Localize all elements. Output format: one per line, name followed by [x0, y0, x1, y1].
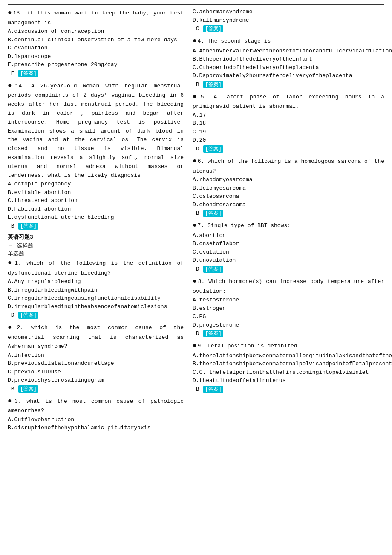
- q7-text: ●7. Single type of BBT shows:: [193, 220, 384, 231]
- question-2: ●2. which is the most common cause of th…: [8, 322, 184, 392]
- q9-text: ●9. Fetal position is definited: [193, 341, 384, 352]
- q8-text: ●8. Which hormone(s) can increase body t…: [193, 276, 384, 296]
- q4-optC: C.Ctheperiodofthedeliveryoftheplacenta: [193, 64, 384, 72]
- q13-optB: B.continual clinical observation of a fe…: [8, 36, 184, 44]
- q2-text: ●2. which is the most common cause of th…: [8, 322, 184, 351]
- question-3-right: C.ashermansyndrome D.kallmansyndrome C […: [193, 8, 384, 32]
- q3-text: ●3. what is the most common cause of pat…: [8, 396, 184, 416]
- q3-optC: C.ashermansyndrome: [193, 8, 384, 16]
- q13-optE: E.prescribe progesterone 20mg/day: [8, 61, 184, 69]
- q3-optB: B.disruptionofthehypothalamic-pituitarya…: [8, 424, 184, 432]
- q1-answer: D [答案]: [8, 312, 184, 319]
- right-column: C.ashermansyndrome D.kallmansyndrome C […: [188, 8, 384, 436]
- q1-text: ●1. which of the following is the defini…: [8, 258, 184, 278]
- q2-optD: D.previoushysterosalpingogram: [8, 376, 184, 384]
- q8-optB: B.estrogen: [193, 304, 384, 313]
- q9-answer: B [答案]: [193, 386, 384, 393]
- q2-bullet: ●: [8, 324, 16, 331]
- q5-optD: D.20: [193, 136, 384, 145]
- q8-optC: C.PG: [193, 312, 384, 321]
- q3-optD: D.kallmansyndrome: [193, 16, 384, 25]
- left-column: ●13. if this woman want to keep the baby…: [8, 8, 188, 436]
- q3-bullet: ●: [8, 397, 14, 405]
- section-sub2: 单选题: [8, 250, 184, 257]
- q6-answer: B [答案]: [193, 210, 384, 217]
- q14-optC: C.threatened abortion: [8, 197, 184, 205]
- question-9: ●9. Fetal position is definited A.therel…: [193, 341, 384, 393]
- q13-optD: D.laparoscope: [8, 52, 184, 61]
- q2-answer: B [答案]: [8, 385, 184, 393]
- q8-optD: D.progesterone: [193, 321, 384, 330]
- q8-answer: D [答案]: [193, 330, 384, 337]
- q1-bullet: ●: [8, 259, 14, 267]
- q8-bullet: ●: [193, 278, 197, 285]
- question-5: ●5. A latent phase of labor exceeding ho…: [193, 92, 384, 153]
- q14-answer: B [答案]: [8, 223, 184, 230]
- question-4: ●4. The second stage is A.Atheinvtervalb…: [193, 36, 384, 88]
- q13-bullet: ●: [8, 9, 12, 17]
- q4-answer-badge: [答案]: [203, 81, 223, 88]
- q6-optD: D.chondrosarcoma: [193, 201, 384, 209]
- q7-optD: D.unovulation: [193, 256, 384, 265]
- q4-optD: D.Dapproximately2hoursafterdeliveryofthe…: [193, 72, 384, 80]
- q14-optD: D.habitual abortion: [8, 205, 184, 214]
- q7-optB: B.onsetoflabor: [193, 240, 384, 248]
- q4-answer: B [答案]: [193, 81, 384, 88]
- q8-answer-badge: [答案]: [203, 330, 223, 337]
- q13-optA: A.discussion of contraception: [8, 27, 184, 36]
- q6-optB: B.leiomyosarcoma: [193, 184, 384, 193]
- q14-optA: A.ectopic pregnancy: [8, 180, 184, 188]
- q9-optC: C.C. thefetalportionthatthefirstcomingin…: [193, 368, 384, 377]
- q13-optC: C.evacuation: [8, 44, 184, 52]
- q14-answer-badge: [答案]: [18, 223, 38, 230]
- question-6: ●6. which of the following is a homologo…: [193, 156, 384, 217]
- q4-optB: B.Btheperiodofthedeliveryoftheinfant: [193, 55, 384, 64]
- q5-optB: B.18: [193, 119, 384, 128]
- q9-bullet: ●: [193, 342, 197, 350]
- q7-answer-badge: [答案]: [203, 266, 223, 273]
- q6-optA: A.rhabdomyosarcoma: [193, 176, 384, 184]
- q14-optE: E.dysfunctional uterine bleeding: [8, 213, 184, 222]
- section-title: 英语习题3: [8, 233, 184, 241]
- q4-bullet: ●: [193, 37, 197, 45]
- q3-optA: A.Outflowobstruction: [8, 416, 184, 424]
- q1-answer-badge: [答案]: [18, 312, 38, 319]
- q9-answer-badge: [答案]: [203, 386, 223, 393]
- q6-answer-badge: [答案]: [203, 210, 223, 217]
- q9-optA: A.therelationshipbetweenmaternallongitud…: [193, 352, 384, 360]
- main-content: ●13. if this woman want to keep the baby…: [8, 8, 384, 436]
- q1-optD: D.irregularbleedingintheabsenceofanatomi…: [8, 303, 184, 311]
- q14-optB: B.evitable abortion: [8, 188, 184, 197]
- q14-bullet: ●: [8, 82, 14, 90]
- question-14: ●14. A 26-year-old woman with regular me…: [8, 81, 184, 230]
- question-7: ●7. Single type of BBT shows: A.abortion…: [193, 220, 384, 273]
- q1-optB: B.irregularbleedingwithpain: [8, 286, 184, 295]
- q5-answer-badge: [答案]: [203, 145, 223, 153]
- question-3-left: ●3. what is the most common cause of pat…: [8, 396, 184, 432]
- q6-bullet: ●: [193, 157, 197, 165]
- q6-text: ●6. which of the following is a homologo…: [193, 156, 384, 176]
- q1-optC: C.irregularbleedingcausingfunctionaldisa…: [8, 294, 184, 303]
- q4-text: ●4. The second stage is: [193, 36, 384, 47]
- q2-optC: C.previousIUDuse: [8, 368, 184, 376]
- top-divider: [8, 4, 384, 5]
- q8-optA: A.testosterone: [193, 296, 384, 304]
- q7-optA: A.abortion: [193, 231, 384, 240]
- question-1: ●1. which of the following is the defini…: [8, 258, 184, 319]
- question-8: ●8. Which hormone(s) can increase body t…: [193, 276, 384, 337]
- q13-text: ●13. if this woman want to keep the baby…: [8, 8, 184, 27]
- q3-answer-badge: [答案]: [203, 25, 223, 32]
- q5-optC: C.19: [193, 128, 384, 136]
- q7-answer: D [答案]: [193, 266, 384, 273]
- q13-answer-badge: [答案]: [18, 70, 38, 77]
- q3-answer: C [答案]: [193, 25, 384, 32]
- q7-optC: C.ovulation: [193, 248, 384, 257]
- q5-bullet: ●: [193, 93, 200, 101]
- q7-bullet: ●: [193, 222, 197, 229]
- q4-optA: A.Atheinvtervalbetweentheonsetoflaborand…: [193, 47, 384, 55]
- q5-text: ●5. A latent phase of labor exceeding ho…: [193, 92, 384, 111]
- q2-optB: B.previousdilatationandcurettage: [8, 359, 184, 368]
- q14-text: ●14. A 26-year-old woman with regular me…: [8, 81, 184, 180]
- q5-optA: A.17: [193, 111, 384, 120]
- q1-optA: A.Anyirregularbleeding: [8, 278, 184, 286]
